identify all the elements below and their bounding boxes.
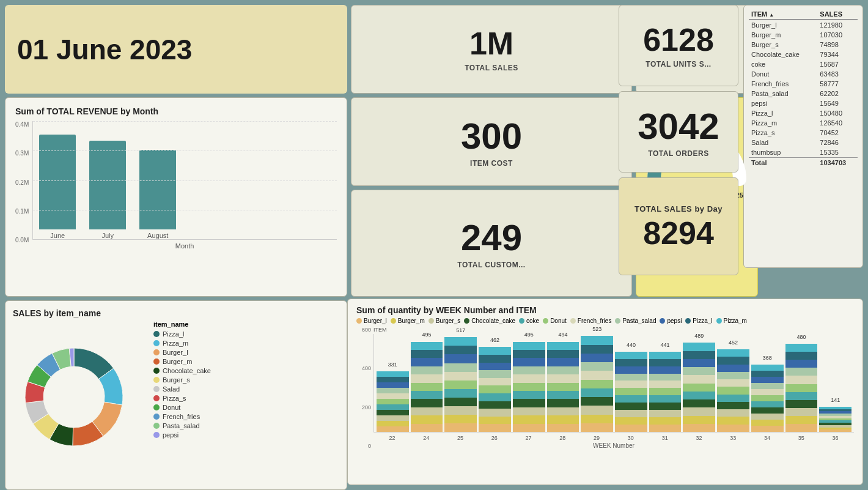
total-custom-value: 249 (461, 218, 522, 258)
donut-legend-item: Pizza_m (153, 340, 339, 347)
stacked-segment (411, 383, 443, 391)
stacked-segment (751, 407, 784, 414)
stacked-segment (411, 358, 443, 366)
table-row: Burger_s74898 (749, 40, 858, 50)
stacked-segment (785, 368, 818, 376)
stacked-legend-item: pepsi (660, 317, 682, 324)
stacked-item-label: ITEM (373, 327, 854, 333)
stacked-segment (513, 358, 545, 366)
stacked-segment (411, 391, 443, 399)
stacked-segment (444, 423, 477, 432)
stacked-segment (547, 358, 579, 366)
stacked-segment (717, 372, 749, 379)
stacked-bar-col: 462 (479, 347, 511, 432)
bar-july-rect (89, 141, 126, 229)
total-custom-label: TOTAL CUSTOM... (457, 261, 525, 269)
stacked-segment (479, 417, 511, 425)
stacked-bar-col: 452 (717, 349, 749, 432)
stacked-segment (649, 425, 682, 432)
stacked-segment (649, 366, 682, 374)
stacked-segment (377, 371, 409, 377)
week-label: 22 (376, 435, 408, 441)
table-row: French_fries58777 (749, 79, 858, 89)
stacked-segment (649, 352, 682, 359)
table-row: Pizza_s70452 (749, 128, 858, 138)
donut-legend-item: Burger_s (153, 376, 339, 384)
stacked-segment (717, 349, 749, 357)
donut-chart: SALES by item_name item_name Pizza_lPizz… (5, 300, 347, 490)
donut-legend-item: Donut (153, 404, 339, 411)
week-label: 32 (683, 435, 715, 441)
stacked-segment (751, 389, 784, 395)
total-units-value: 6128 (643, 23, 714, 58)
table-row: Chocolate_cake79344 (749, 50, 858, 59)
stacked-segment (581, 371, 613, 379)
stacked-segment (785, 416, 818, 424)
stacked-legend-color (428, 318, 434, 324)
stacked-segment (717, 409, 749, 417)
stacked-segment (649, 403, 682, 410)
stacked-legend-item: Chocolate_cake (464, 317, 515, 324)
revenue-y-axis: 0.4M 0.3M 0.2M 0.1M 0.0M (15, 121, 32, 243)
legend-color (153, 358, 160, 365)
stacked-segment (547, 342, 579, 350)
stacked-segment (615, 366, 647, 374)
stacked-segment (377, 382, 409, 388)
stacked-segment (444, 398, 477, 406)
table-row: Pizza_l150480 (749, 108, 858, 118)
stacked-segment (444, 406, 477, 415)
stacked-segment (785, 408, 818, 416)
stacked-segment (785, 392, 818, 400)
table-header-item: ITEM ▲ (749, 9, 817, 20)
kpi-item-cost: 300 ITEM COST (351, 97, 632, 186)
stacked-segment (411, 415, 443, 423)
stacked-legend-item: Burger_s (428, 317, 461, 324)
stacked-segment (615, 374, 647, 381)
stacked-segment (377, 415, 409, 421)
stacked-segment (581, 397, 613, 406)
table-row: Pasta_salad62202 (749, 89, 858, 98)
donut-legend: Pizza_lPizza_mBurger_lBurger_mChocolate_… (153, 330, 339, 439)
stacked-segment (479, 370, 511, 378)
stacked-segment (683, 424, 715, 432)
legend-color (153, 349, 160, 355)
stacked-chart-title: Sum of quantity by WEEK Number and ITEM (356, 305, 854, 315)
stacked-bar-chart: Sum of quantity by WEEK Number and ITEM … (347, 299, 863, 485)
revenue-chart: Sum of TOTAL REVENUE by Month 0.4M 0.3M … (5, 97, 347, 297)
bar-july: July (89, 141, 126, 239)
stacked-segment (649, 410, 682, 417)
date-heading: 01 June 2023 (17, 33, 192, 66)
stacked-segment (615, 352, 647, 359)
stacked-segment (411, 342, 443, 350)
stacked-segment (581, 423, 613, 432)
stacked-bar-col: 141 (819, 407, 851, 432)
total-orders-label: TOTAL ORDERS (648, 149, 708, 158)
stacked-segment (751, 401, 784, 407)
donut-legend-item: pepsi (153, 431, 339, 439)
donut-legend-item: Chocolate_cake (153, 367, 339, 374)
stacked-segment (479, 409, 511, 417)
stacked-segment (649, 388, 682, 395)
stacked-x-label: WEEK Number (373, 442, 854, 449)
stacked-segment (479, 424, 511, 432)
stacked-bars-container: 3314955174624954945234404414894523684801… (373, 334, 854, 432)
stacked-bar-col: 480 (785, 344, 818, 432)
week-label: 33 (717, 435, 749, 441)
stacked-segment (751, 371, 784, 377)
total-sales-value: 1M (469, 26, 513, 61)
bar-june-rect (39, 135, 76, 229)
stacked-segment (377, 404, 409, 410)
stacked-segment (615, 359, 647, 366)
stacked-segment (683, 359, 715, 367)
stacked-legend-color (716, 318, 722, 324)
stacked-y-axis: 600 400 200 0 (356, 327, 373, 449)
stacked-bar-col: 495 (513, 341, 545, 432)
stacked-segment (513, 415, 545, 423)
donut-legend-item: Burger_m (153, 358, 339, 365)
week-label: 34 (751, 435, 784, 441)
stacked-legend-item: Pizza_m (716, 317, 747, 324)
stacked-legend-item: Burger_l (356, 317, 387, 324)
stacked-segment (513, 374, 545, 382)
week-label: 36 (819, 435, 851, 441)
week-labels: 2224252627282930313233343536 (373, 432, 854, 441)
